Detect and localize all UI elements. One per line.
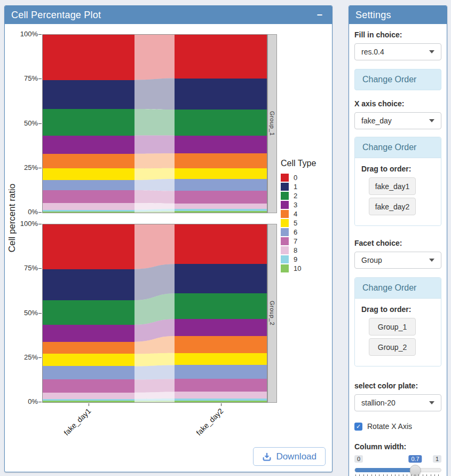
legend-item: 7 (281, 237, 316, 246)
y-axis-tick-mark (38, 79, 42, 79)
stacked-bar-chart (43, 224, 267, 402)
color-palette-select[interactable]: stallion-20 (354, 394, 441, 411)
y-axis-title: Cell percent ratio (0, 34, 39, 402)
color-palette-value: stallion-20 (361, 399, 395, 407)
rotate-x-axis-checkbox[interactable]: ✓ (354, 423, 362, 431)
facet-panel-group-2 (42, 224, 267, 403)
fill-choice-select[interactable]: res.0.4 (354, 43, 441, 60)
rotate-x-axis-label: Rotate X Axis (367, 422, 412, 431)
legend-swatch (281, 264, 289, 272)
x-axis-choice-label: X axis choice: (354, 99, 441, 108)
rotate-x-axis-row: ✓ Rotate X Axis (354, 422, 441, 431)
column-width-slider[interactable]: 0 0.7 1 (354, 455, 441, 476)
stacked-bar-chart (43, 35, 267, 213)
y-axis-tick-mark (38, 168, 42, 168)
legend-swatch (281, 210, 289, 218)
facet-choice-select[interactable]: Group (354, 252, 441, 269)
legend-label: 2 (294, 192, 297, 200)
y-axis-tick-mark (38, 357, 42, 358)
legend-swatch (281, 192, 289, 200)
legend-swatch (281, 228, 289, 236)
legend-title: Cell Type (281, 159, 316, 168)
y-axis-tick-mark (38, 224, 42, 224)
legend-swatch (281, 201, 289, 209)
x-axis-tick-mark (221, 403, 221, 406)
legend-item: 8 (281, 246, 316, 255)
slider-track[interactable] (354, 468, 441, 472)
change-order-fill-button[interactable]: Change Order (354, 69, 441, 90)
column-width-label: Column width: (354, 442, 441, 451)
y-axis-tick-label: 50% (15, 119, 38, 127)
chevron-down-icon (429, 259, 434, 262)
legend-label: 10 (294, 264, 301, 272)
legend-label: 4 (294, 210, 297, 218)
legend-label: 8 (294, 246, 297, 254)
legend-swatch (281, 246, 289, 254)
legend-label: 3 (294, 201, 297, 209)
drag-item-fake-day2[interactable]: fake_day2 (369, 198, 416, 215)
y-axis-tick-mark (38, 402, 42, 402)
slider-min-badge: 0 (354, 455, 363, 463)
change-order-xaxis-body: Drag to order: fake_day1 fake_day2 (355, 158, 441, 225)
legend-label: 9 (294, 255, 297, 263)
chevron-down-icon (429, 119, 434, 122)
x-axis-choice-value: fake_day (361, 116, 392, 125)
legend-label: 7 (294, 237, 297, 245)
download-button[interactable]: Download (253, 447, 326, 466)
legend-label: 6 (294, 228, 297, 236)
change-order-xaxis-panel: Change Order Drag to order: fake_day1 fa… (354, 137, 441, 226)
collapse-minus-icon[interactable]: − (313, 9, 326, 21)
download-icon (262, 452, 272, 462)
y-axis-tick-label: 0% (15, 208, 38, 216)
legend-swatch (281, 237, 289, 245)
legend-item: 5 (281, 219, 316, 228)
settings-panel: Settings Fill in choice: res.0.4 Change … (349, 5, 447, 476)
legend-item: 10 (281, 264, 316, 273)
cell-percentage-chart: Cell percent ratio Group_1 Group_2 100%7… (5, 24, 333, 446)
plot-box-title: Cell Percentage Plot (11, 10, 101, 21)
x-axis-tick-mark (89, 403, 89, 406)
legend-item: 3 (281, 200, 316, 209)
change-order-facet-button[interactable]: Change Order (355, 278, 441, 298)
y-axis-tick-label: 0% (15, 397, 38, 405)
legend-item: 6 (281, 228, 316, 237)
fill-choice-label: Fill in choice: (354, 30, 441, 39)
slider-max-badge: 1 (433, 455, 441, 463)
legend-items: 012345678910 (281, 173, 316, 273)
slider-fill (355, 468, 415, 472)
settings-body: Fill in choice: res.0.4 Change Order X a… (349, 24, 447, 476)
settings-header: Settings (349, 6, 447, 24)
change-order-facet-body: Drag to order: Group_1 Group_2 (355, 298, 441, 366)
y-axis-tick-label: 100% (15, 30, 38, 38)
y-axis-tick-mark (38, 212, 42, 213)
drag-to-order-label: Drag to order: (361, 305, 434, 314)
change-order-xaxis-button[interactable]: Change Order (355, 137, 441, 158)
y-axis-tick-mark (38, 123, 42, 124)
x-axis-tick-label: fake_day1 (41, 407, 92, 458)
legend-item: 2 (281, 191, 316, 200)
drag-item-group-2[interactable]: Group_2 (369, 338, 416, 356)
legend-swatch (281, 255, 289, 263)
y-axis-tick-label: 25% (15, 163, 38, 171)
legend-item: 9 (281, 255, 316, 264)
legend-item: 1 (281, 182, 316, 191)
fill-choice-value: res.0.4 (361, 48, 384, 56)
legend-swatch (281, 183, 289, 191)
drag-to-order-label: Drag to order: (361, 165, 434, 173)
slider-value-badge: 0.7 (408, 455, 422, 463)
facet-panel-group-1 (42, 34, 267, 213)
facet-choice-value: Group (361, 256, 382, 264)
chevron-down-icon (429, 50, 434, 53)
y-axis-tick-mark (38, 34, 42, 35)
legend-swatch (281, 174, 289, 182)
y-axis-tick-label: 50% (15, 309, 38, 317)
legend-item: 0 (281, 173, 316, 182)
legend-swatch (281, 219, 289, 227)
y-axis-tick-mark (38, 268, 42, 269)
drag-item-group-1[interactable]: Group_1 (369, 318, 416, 335)
y-axis-tick-label: 75% (15, 264, 38, 272)
drag-item-fake-day1[interactable]: fake_day1 (369, 177, 416, 195)
y-axis-tick-mark (38, 313, 42, 314)
y-axis-tick-label: 25% (15, 353, 38, 361)
x-axis-choice-select[interactable]: fake_day (354, 112, 441, 129)
